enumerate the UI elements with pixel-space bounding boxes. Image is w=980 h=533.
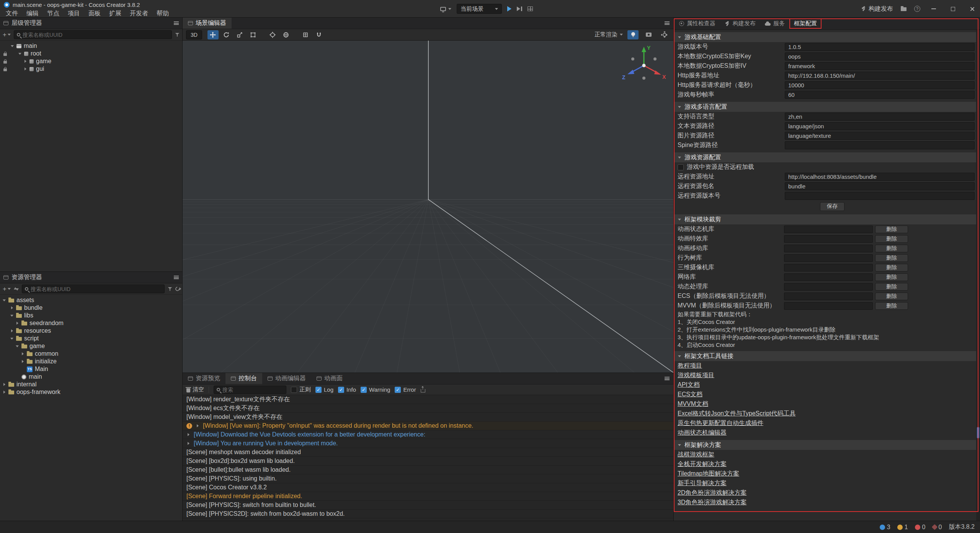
link-api-docs[interactable]: API文档 (678, 381, 700, 389)
http-timeout-input[interactable] (785, 81, 975, 89)
delete-module-button[interactable]: 删除 (875, 235, 908, 243)
hierarchy-filter-button[interactable] (175, 33, 180, 37)
expand-arrow-icon[interactable] (186, 433, 190, 436)
module-path-input[interactable] (784, 235, 873, 243)
log-row[interactable]: [Scene] [PHYSICS]: using builtin. (183, 474, 673, 483)
minimize-button[interactable] (928, 3, 939, 15)
link-animator-editor[interactable]: 动画状态机编辑器 (678, 429, 727, 437)
tab-scene-editor[interactable]: 场景编辑器 (183, 18, 232, 29)
snap-settings-button[interactable] (314, 30, 325, 39)
render-mode-select[interactable]: 正常渲染 (595, 31, 623, 38)
asset-node-game[interactable]: game (0, 342, 182, 350)
build-publish-button[interactable]: 构建发布 (861, 5, 893, 13)
delete-module-button[interactable]: 删除 (875, 264, 908, 271)
expand-arrow-icon[interactable] (2, 391, 6, 394)
tab-asset-preview[interactable]: 资源预览 (183, 373, 225, 384)
remote-version-input[interactable] (785, 192, 975, 200)
scene-light-toggle[interactable] (627, 30, 639, 39)
menu-project[interactable]: 项目 (64, 9, 84, 18)
spine-path-input[interactable] (785, 141, 975, 149)
scene-select[interactable]: 当前场景 (457, 4, 502, 14)
module-path-input[interactable] (784, 293, 873, 300)
asset-node-assets[interactable]: assets (0, 296, 182, 304)
scene-settings-button[interactable] (659, 30, 670, 39)
scene-viewport[interactable]: Y X Z (183, 41, 673, 373)
rect-tool-button[interactable] (248, 30, 259, 39)
coordinate-toggle-button[interactable] (281, 30, 292, 39)
rotate-tool-button[interactable] (221, 30, 232, 39)
log-row-warning[interactable]: [Scene] Forward render pipeline initiali… (183, 492, 673, 501)
expand-arrow-icon[interactable] (10, 315, 14, 317)
link-ecs-docs[interactable]: ECS文档 (678, 391, 702, 399)
section-framework-modules[interactable]: 框架模块裁剪 (674, 214, 980, 224)
delete-module-button[interactable]: 删除 (875, 273, 908, 281)
refresh-assets-button[interactable] (175, 287, 180, 291)
tab-property-inspector[interactable]: 属性检查器 (675, 18, 720, 30)
hierarchy-node-gui[interactable]: gui (0, 65, 182, 73)
log-row[interactable]: [Scene] [box2d]:box2d wasm lib loaded. (183, 457, 673, 466)
asset-node-oops-framework[interactable]: oops-framework (0, 388, 182, 396)
asset-node-main-scene[interactable]: main (0, 373, 182, 381)
link-template-project[interactable]: 游戏模板项目 (678, 371, 714, 379)
fps-input[interactable] (785, 91, 975, 99)
regex-checkbox[interactable] (291, 387, 297, 393)
expand-arrow-icon[interactable] (10, 329, 14, 332)
text-path-input[interactable] (785, 122, 975, 130)
link-fullstack-solution[interactable]: 全栈开发解决方案 (678, 460, 727, 468)
section-multilanguage-config[interactable]: 游戏多语言配置 (674, 102, 980, 112)
image-path-input[interactable] (785, 132, 975, 140)
link-tactics-framework[interactable]: 战棋游戏框架 (678, 451, 714, 459)
crypto-iv-input[interactable] (785, 62, 975, 70)
section-game-basic-config[interactable]: 游戏基础配置 (674, 32, 980, 42)
hierarchy-node-main[interactable]: main (0, 42, 182, 50)
tab-build-publish[interactable]: 构建发布 (720, 18, 760, 30)
section-game-resource-config[interactable]: 游戏资源配置 (674, 152, 980, 162)
link-guide-solution[interactable]: 新手引导解决方案 (678, 479, 727, 487)
tab-service[interactable]: 服务 (760, 18, 789, 30)
expand-arrow-icon[interactable] (15, 345, 19, 347)
open-project-folder-button[interactable] (901, 7, 906, 11)
link-tiledmap-solution[interactable]: Tiledmap地图解决方案 (678, 470, 739, 478)
remote-bundle-input[interactable] (785, 182, 975, 190)
menu-edit[interactable]: 编辑 (22, 9, 43, 18)
log-row-info[interactable]: [Window] Download the Vue Devtools exten… (183, 430, 673, 439)
lock-icon[interactable] (3, 69, 7, 71)
delete-module-button[interactable]: 删除 (875, 226, 908, 233)
asset-node-libs[interactable]: libs (0, 312, 182, 319)
tab-animation-panel[interactable]: 动画面 (311, 373, 348, 384)
log-row-warning[interactable]: [Window] [Vue warn]: Property "onInput" … (183, 422, 673, 430)
tab-framework-config[interactable]: 框架配置 (789, 18, 822, 29)
export-log-button[interactable] (421, 387, 425, 392)
help-button[interactable] (914, 6, 920, 12)
step-button[interactable] (517, 7, 522, 11)
expand-arrow-icon[interactable] (2, 299, 6, 301)
create-asset-button[interactable]: + (3, 286, 11, 292)
log-row[interactable]: [Scene] [PHYSICS]: switch from builtin t… (183, 501, 673, 510)
expand-arrow-icon[interactable] (21, 352, 24, 355)
error-count[interactable]: 0 (915, 524, 926, 531)
info-checkbox[interactable] (338, 387, 344, 393)
preview-target-button[interactable] (440, 7, 451, 11)
error-filter[interactable]: Error (395, 386, 416, 393)
remote-url-input[interactable] (785, 173, 975, 181)
snap-grid-button[interactable] (300, 30, 311, 39)
log-row[interactable]: [Window] model_view文件夹不存在 (183, 413, 673, 422)
menu-panel[interactable]: 面板 (84, 9, 105, 18)
delete-module-button[interactable]: 删除 (875, 254, 908, 262)
assert-count[interactable]: 0 (933, 524, 942, 531)
panel-menu-icon[interactable] (665, 377, 670, 380)
expand-arrow-icon[interactable] (196, 424, 199, 427)
asset-node-resources[interactable]: resources (0, 327, 182, 335)
expand-arrow-icon[interactable] (10, 45, 14, 47)
warning-count[interactable]: 1 (897, 524, 908, 531)
expand-arrow-icon[interactable] (10, 306, 14, 309)
menu-help[interactable]: 帮助 (152, 9, 173, 18)
hierarchy-search[interactable] (14, 30, 172, 39)
clear-console-button[interactable]: 清空 (186, 386, 204, 393)
menu-node[interactable]: 节点 (43, 9, 64, 18)
panel-menu-icon[interactable] (665, 21, 670, 25)
asset-node-script[interactable]: script (0, 335, 182, 342)
asset-node-bundle[interactable]: bundle (0, 304, 182, 312)
log-filter[interactable]: Log (315, 386, 333, 393)
close-button[interactable] (966, 3, 978, 15)
